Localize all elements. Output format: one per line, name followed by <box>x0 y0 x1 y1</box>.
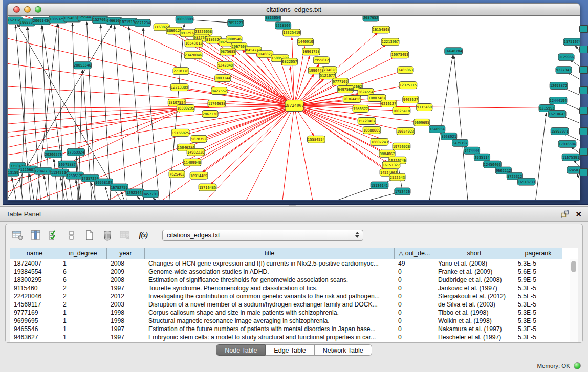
table-row[interactable]: 977716911998Corpus callosum shape and si… <box>10 309 578 317</box>
network-window[interactable]: citations_edges.txt 18724007716382288601… <box>7 3 580 201</box>
table-cell: 1997 <box>107 333 145 341</box>
graph-node-label: 15584554 <box>308 138 325 142</box>
table-cell: Estimation of the future numbers of pati… <box>145 325 395 333</box>
column-header-name[interactable]: name <box>10 248 59 259</box>
graph-node-label: 15716485 <box>199 186 216 190</box>
float-window-icon[interactable] <box>560 210 569 218</box>
table-cell: 5.3E-5 <box>514 284 562 292</box>
graph-node-label: 1640954 <box>430 127 445 132</box>
table-cell: 2 <box>59 292 107 300</box>
tab-node-table[interactable]: Node Table <box>216 344 266 356</box>
graph-node-label: 8725312 <box>507 174 522 179</box>
tab-network-table[interactable]: Network Table <box>315 344 372 356</box>
table-vertical-scrollbar[interactable] <box>570 259 578 342</box>
graph-node-label: 2522543 <box>390 176 405 180</box>
table-cell: Stergiakouli et al. (2012) <box>434 292 514 300</box>
graph-node-clipped[interactable] <box>579 46 588 53</box>
graph-node-clipped[interactable] <box>579 86 588 94</box>
graph-node-label: 2718176 <box>173 69 188 73</box>
graph-node-label: 20364456 <box>343 97 361 101</box>
table-row[interactable]: 1872400712008Changes of HCN gene express… <box>10 259 578 268</box>
table-mode-icon[interactable] <box>12 229 24 242</box>
graph-node-label: 9699695 <box>415 121 429 125</box>
column-header-title[interactable]: title <box>145 248 395 259</box>
graph-node-label: 10688609 <box>363 128 381 133</box>
table-cell: 9777169 <box>10 309 59 317</box>
table-cell: 22420046 <box>10 292 59 300</box>
network-canvas[interactable]: 1872400771638228860128891293423226058982… <box>7 16 580 200</box>
graph-node-label: 16958107 <box>95 181 113 185</box>
select-all-icon[interactable] <box>48 229 60 242</box>
table-cell: 2008 <box>107 276 145 284</box>
table-selector-value: citations_edges.txt <box>167 232 220 239</box>
graph-node-clipped[interactable] <box>579 25 588 33</box>
graph-node-label: 12923448 <box>126 191 144 195</box>
graph-node-label: 6216127 <box>381 102 396 106</box>
clear-selection-icon[interactable] <box>66 229 78 242</box>
graph-node-label: 16210643 <box>549 112 566 116</box>
table-row[interactable]: 1938455462009Genome-wide association stu… <box>10 268 578 276</box>
graph-node-label: 10719155 <box>120 20 137 24</box>
citation-graph[interactable]: 1872400771638228860128891293423226058982… <box>8 16 580 200</box>
table-row[interactable]: 2242004622012Investigating the contribut… <box>10 292 578 300</box>
table-row[interactable]: 946362711997Embryonic stem cells: a mode… <box>10 333 578 341</box>
table-cell: 5.6E-5 <box>514 268 562 276</box>
table-cell: 14569117 <box>10 300 59 309</box>
table-row[interactable]: 969969511998Structural magnetic resonanc… <box>10 317 578 325</box>
graph-node-label: 7986322 <box>353 107 368 111</box>
scrollbar-thumb[interactable] <box>571 261 576 272</box>
graph-node-label: 12444194 <box>550 99 567 103</box>
graph-node-clipped[interactable] <box>579 148 588 156</box>
column-header-pagerank[interactable]: pagerank <box>514 248 562 259</box>
table-cell: 2012 <box>107 292 145 300</box>
graph-node-label: 6479197 <box>452 141 467 145</box>
graph-node-label: 12213967 <box>382 40 399 44</box>
table-row[interactable]: 946554611997Estimation of the future num… <box>10 325 578 333</box>
column-header-in-degree[interactable]: in_degree <box>59 248 107 259</box>
function-builder-icon[interactable]: f(x) <box>137 229 149 242</box>
column-header-short[interactable]: short <box>434 248 514 259</box>
graph-node-label: 8427552 <box>212 89 227 93</box>
graph-node-label: 17016504 <box>559 142 576 146</box>
table-row[interactable]: 1830029562008Estimation of significance … <box>10 276 578 284</box>
table-cell: 1 <box>59 309 107 317</box>
show-columns-icon[interactable] <box>30 229 42 242</box>
table-cell: Tourette syndrome. Phenomenology and cla… <box>145 284 395 292</box>
graph-node-label: 18724007 <box>285 103 304 108</box>
delete-column-icon[interactable] <box>101 229 114 242</box>
graph-node-label: 20206576 <box>45 152 62 157</box>
graph-node-clipped[interactable] <box>579 107 588 115</box>
graph-node-clipped[interactable] <box>579 127 588 135</box>
table-cell: Structural magnetic resonance image aver… <box>145 317 395 325</box>
graph-node-label: 8813054 <box>265 16 280 20</box>
close-panel-icon[interactable]: ✕ <box>575 210 582 218</box>
graph-node-label: 5121077 <box>320 74 335 78</box>
graph-node-clipped[interactable] <box>579 66 588 74</box>
column-header-out-de-[interactable]: △ out_de... <box>395 248 434 259</box>
table-row[interactable]: 1456911722003Disruption of a novel membe… <box>10 300 578 309</box>
table-cell: de Silva et al. (2003) <box>434 300 514 309</box>
graph-node-label: 12375115 <box>400 83 417 87</box>
graph-node-label: 10025418 <box>393 109 410 113</box>
graph-node-label: 8215953 <box>539 106 554 111</box>
table-cell: 18724007 <box>10 259 59 268</box>
graph-node-label: 2935114 <box>474 156 489 160</box>
table-cell: Yano et al. (2008) <box>434 259 514 268</box>
graph-node-label: 15720407 <box>358 119 376 123</box>
graph-node-label: 23420046 <box>185 53 202 57</box>
graph-node-clipped[interactable] <box>579 168 588 176</box>
table-selector-dropdown[interactable]: citations_edges.txt <box>162 230 363 241</box>
network-window-titlebar[interactable]: citations_edges.txt <box>7 3 580 16</box>
column-header-year[interactable]: year <box>107 248 145 259</box>
table-row[interactable]: 911546021997Tourette syndrome. Phenomeno… <box>10 284 578 292</box>
new-column-icon[interactable] <box>83 229 96 242</box>
table-cell: 5.3E-5 <box>514 333 562 341</box>
graph-node-label: 7485063 <box>398 68 413 72</box>
graph-node-label: 10975887 <box>58 163 76 167</box>
table-cell: 0 <box>395 292 434 300</box>
table-cell: 0 <box>395 276 434 284</box>
graph-node-label: 2687652 <box>363 16 378 20</box>
node-table: namein_degreeyeartitle△ out_de...shortpa… <box>10 248 578 342</box>
tab-edge-table[interactable]: Edge Table <box>266 344 314 356</box>
delete-table-icon[interactable] <box>119 229 132 242</box>
